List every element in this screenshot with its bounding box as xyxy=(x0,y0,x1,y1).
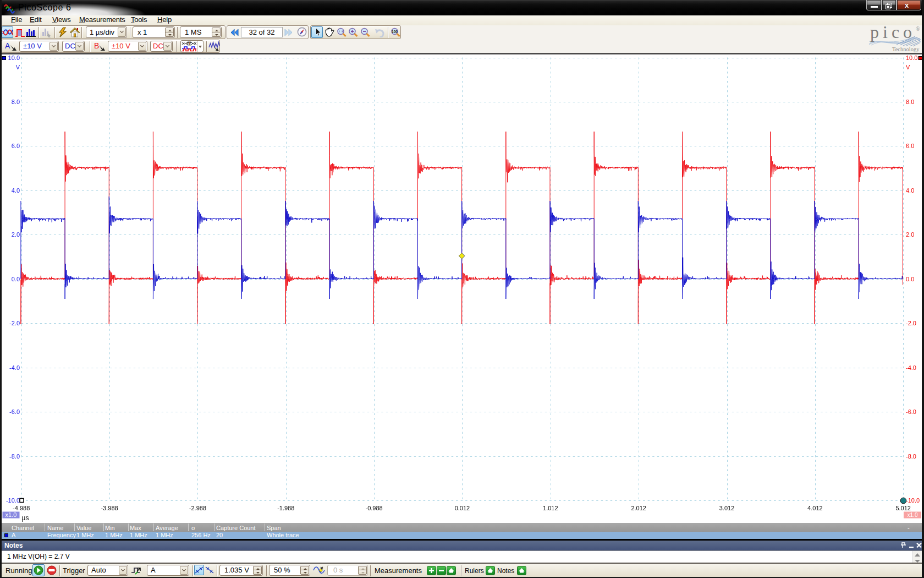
svg-text:pico: pico xyxy=(870,25,916,42)
svg-text:Technology: Technology xyxy=(892,46,920,52)
svg-text:FF: FF xyxy=(187,42,191,45)
svg-text:®: ® xyxy=(916,26,920,32)
svg-text:100: 100 xyxy=(392,30,398,34)
